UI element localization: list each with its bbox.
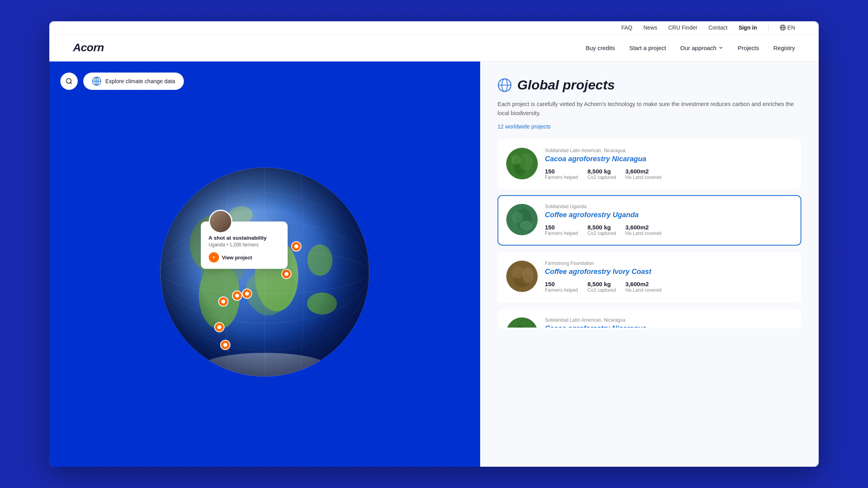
globe-visualization[interactable]: A shot at sustainability Uganda • 1,200 … — [150, 158, 379, 386]
faq-link[interactable]: FAQ — [621, 24, 632, 31]
svg-line-4 — [70, 82, 71, 84]
section-header: Global projects — [498, 77, 801, 93]
project-popup: A shot at sustainability Uganda • 1,200 … — [201, 222, 288, 269]
view-project-label: View project — [222, 255, 252, 261]
sign-in-link[interactable]: Sign in — [739, 24, 757, 31]
nav-buy-credits[interactable]: Buy credits — [586, 45, 615, 51]
nav-divider — [768, 24, 769, 31]
stat-label-farmers-3: Farmers helped — [545, 287, 578, 293]
nav-registry[interactable]: Registry — [773, 45, 795, 51]
stat-land-2: 3,600m2 Ha Land covered — [625, 224, 661, 236]
explore-icon — [92, 76, 101, 86]
popup-project-title: A shot at sustainability — [209, 235, 280, 241]
project-card-4[interactable]: Solidaridad Latin American, Nicaragua Ca… — [498, 309, 801, 328]
project-image-nicaragua — [506, 148, 538, 179]
svg-point-37 — [223, 343, 227, 347]
stat-label-farmers-2: Farmers helped — [545, 231, 578, 236]
svg-point-50 — [520, 221, 532, 230]
cru-finder-link[interactable]: CRU Finder — [668, 24, 698, 31]
popup-avatar-image — [210, 211, 231, 232]
svg-point-49 — [512, 212, 523, 223]
project-image-ivory — [506, 261, 538, 294]
stat-co2-3: 8,500 kg Co2 captured — [587, 281, 616, 293]
project-info-3: Farmstrong Foundation Coffee agroforestr… — [545, 261, 793, 293]
project-name-1: Cacoa agroforestry Nicaragua — [545, 155, 793, 163]
site-logo[interactable]: Acorn — [73, 41, 104, 54]
globe-controls: Explore climate change data — [60, 73, 184, 90]
section-globe-icon — [498, 78, 512, 92]
language-selector[interactable]: EN — [780, 24, 795, 31]
project-info-1: Solidaridad Latin American, Nicaragua Ca… — [545, 148, 793, 180]
stat-value-land-2: 3,600m2 — [625, 224, 661, 231]
section-title: Global projects — [517, 77, 615, 93]
project-info-4: Solidaridad Latin American, Nicaragua Ca… — [545, 317, 793, 328]
view-project-button[interactable]: View project — [209, 252, 252, 263]
svg-point-31 — [235, 294, 239, 298]
section-description: Each project is carefully vetted by Acho… — [498, 100, 801, 118]
nav-projects[interactable]: Projects — [738, 45, 759, 51]
project-org-2: Solidaridad Uganda — [545, 204, 793, 209]
news-link[interactable]: News — [644, 24, 657, 31]
stat-label-co2-1: Co2 captured — [587, 175, 616, 180]
stat-farmers-1: 150 Farmers helped — [545, 168, 578, 180]
stat-co2-2: 8,500 kg Co2 captured — [587, 224, 616, 236]
stat-value-farmers-1: 150 — [545, 168, 578, 175]
globe-panel: Explore climate change data — [49, 61, 480, 467]
project-org-3: Farmstrong Foundation — [545, 261, 793, 266]
chevron-down-icon — [718, 45, 724, 50]
stat-value-farmers-2: 150 — [545, 224, 578, 231]
project-name-3: Coffee agroforestry Ivory Coast — [545, 268, 793, 276]
svg-point-29 — [221, 300, 225, 304]
project-stats-1: 150 Farmers helped 8,500 kg Co2 captured… — [545, 168, 793, 180]
svg-point-27 — [284, 272, 288, 276]
stat-label-co2-2: Co2 captured — [587, 231, 616, 236]
project-card-1[interactable]: Solidaridad Latin American, Nicaragua Ca… — [498, 139, 801, 189]
stat-label-co2-3: Co2 captured — [587, 287, 616, 293]
nav-our-approach[interactable]: Our approach — [680, 45, 724, 51]
contact-link[interactable]: Contact — [709, 24, 728, 31]
stat-value-co2-1: 8,500 kg — [587, 168, 616, 175]
project-org-4: Solidaridad Latin American, Nicaragua — [545, 317, 793, 323]
svg-point-46 — [511, 155, 521, 164]
svg-point-3 — [66, 78, 71, 83]
stat-co2-1: 8,500 kg Co2 captured — [587, 168, 616, 180]
svg-point-33 — [245, 292, 249, 296]
explore-climate-button[interactable]: Explore climate change data — [83, 73, 184, 90]
project-org-1: Solidaridad Latin American, Nicaragua — [545, 148, 793, 153]
projects-count: 12 worldwide projects — [498, 123, 801, 130]
svg-point-45 — [519, 153, 533, 170]
project-card-3[interactable]: Farmstrong Foundation Coffee agroforestr… — [498, 252, 801, 302]
stat-land-1: 3,600m2 Ha Land covered — [625, 168, 661, 180]
svg-point-39 — [294, 244, 298, 248]
svg-point-54 — [522, 268, 533, 283]
stat-value-co2-3: 8,500 kg — [587, 281, 616, 287]
project-card-2[interactable]: Solidaridad Uganda Coffee agroforestry U… — [498, 195, 801, 246]
project-name-2: Coffee agroforestry Uganda — [545, 211, 793, 219]
project-name-4: Cacoa agroforestry Nicaragua — [545, 324, 793, 328]
project-stats-2: 150 Farmers helped 8,500 kg Co2 captured… — [545, 224, 793, 236]
stat-label-farmers-1: Farmers helped — [545, 175, 578, 180]
stat-value-land-1: 3,600m2 — [625, 168, 661, 175]
stat-farmers-3: 150 Farmers helped — [545, 281, 578, 293]
popup-project-subtitle: Uganda • 1,200 farmers — [209, 242, 280, 248]
popup-avatar — [209, 210, 232, 233]
project-image-bottom — [506, 317, 538, 328]
stat-farmers-2: 150 Farmers helped — [545, 224, 578, 236]
search-icon — [65, 78, 73, 85]
projects-panel: Global projects Each project is carefull… — [480, 61, 819, 467]
globe-icon — [780, 24, 786, 31]
nav-start-project[interactable]: Start a project — [629, 45, 666, 51]
stat-value-co2-2: 8,500 kg — [587, 224, 616, 231]
search-button[interactable] — [60, 73, 78, 90]
project-image-uganda — [506, 204, 538, 237]
language-label: EN — [788, 24, 795, 31]
stat-label-land-3: Ha Land covered — [625, 287, 661, 293]
stat-label-land-2: Ha Land covered — [625, 231, 661, 236]
svg-point-35 — [217, 325, 221, 329]
view-project-icon — [209, 252, 219, 263]
explore-btn-label: Explore climate change data — [105, 78, 175, 84]
project-stats-3: 150 Farmers helped 8,500 kg Co2 captured… — [545, 281, 793, 293]
stat-value-farmers-3: 150 — [545, 281, 578, 287]
globe-svg — [150, 158, 379, 386]
project-info-2: Solidaridad Uganda Coffee agroforestry U… — [545, 204, 793, 236]
